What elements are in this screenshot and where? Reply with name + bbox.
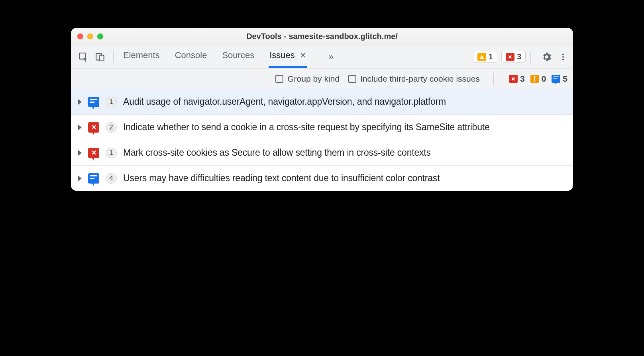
tab-label: Issues bbox=[269, 50, 295, 61]
svg-point-5 bbox=[562, 53, 564, 55]
window-controls bbox=[77, 33, 103, 39]
error-icon: ✕ bbox=[88, 148, 99, 158]
window-minimize-button[interactable] bbox=[87, 33, 93, 39]
count-value: 5 bbox=[563, 74, 567, 84]
warnings-count: 1 bbox=[489, 52, 493, 61]
more-options-button[interactable] bbox=[559, 51, 567, 63]
tab-console[interactable]: Console bbox=[174, 46, 208, 68]
tab-label: Elements bbox=[123, 50, 160, 61]
issue-count-badge: 1 bbox=[106, 148, 117, 158]
devtools-window: DevTools - samesite-sandbox.glitch.me/ E… bbox=[71, 28, 573, 191]
settings-button[interactable] bbox=[541, 51, 552, 63]
issue-row[interactable]: 1 Audit usage of navigator.userAgent, na… bbox=[71, 89, 573, 115]
svg-rect-4 bbox=[481, 58, 482, 58]
issue-row[interactable]: 4 Users may have difficulties reading te… bbox=[71, 166, 573, 191]
breaking-count-chip[interactable]: ! 0 bbox=[530, 74, 546, 84]
issues-filter-bar: Group by kind Include third-party cookie… bbox=[71, 68, 573, 89]
warning-icon bbox=[477, 53, 486, 61]
issue-title: Audit usage of navigator.userAgent, navi… bbox=[123, 96, 566, 108]
window-close-button[interactable] bbox=[77, 33, 83, 39]
toolbar-separator bbox=[113, 51, 114, 63]
svg-point-7 bbox=[562, 59, 564, 60]
issues-list: 1 Audit usage of navigator.userAgent, na… bbox=[71, 89, 573, 191]
tab-label: Console bbox=[175, 50, 207, 61]
svg-rect-2 bbox=[100, 55, 104, 61]
errors-count-chip[interactable]: 3 bbox=[509, 74, 525, 84]
count-value: 0 bbox=[542, 74, 546, 84]
checkbox-label: Group by kind bbox=[287, 74, 340, 84]
window-zoom-button[interactable] bbox=[97, 33, 103, 39]
checkbox-icon bbox=[275, 75, 283, 83]
breaking-change-icon: ! bbox=[530, 75, 539, 83]
tab-label: Sources bbox=[222, 50, 254, 61]
expand-icon[interactable] bbox=[78, 125, 82, 130]
improvement-icon bbox=[88, 173, 99, 184]
count-value: 3 bbox=[520, 74, 525, 84]
error-icon bbox=[509, 75, 518, 83]
issue-title: Users may have difficulties reading text… bbox=[123, 172, 566, 184]
error-icon: ✕ bbox=[88, 122, 99, 133]
group-by-kind-checkbox[interactable]: Group by kind bbox=[275, 74, 340, 84]
issue-row[interactable]: ✕ 2 Indicate whether to send a cookie in… bbox=[71, 115, 573, 140]
more-tabs-button[interactable]: » bbox=[329, 52, 334, 62]
improvement-icon bbox=[552, 75, 560, 83]
info-count-chip[interactable]: 5 bbox=[552, 74, 567, 84]
expand-icon[interactable] bbox=[78, 176, 82, 181]
issue-count-badge: 2 bbox=[106, 122, 117, 133]
window-titlebar: DevTools - samesite-sandbox.glitch.me/ bbox=[71, 28, 573, 45]
close-tab-icon[interactable]: ✕ bbox=[300, 51, 306, 60]
expand-icon[interactable] bbox=[78, 99, 82, 105]
svg-point-6 bbox=[562, 56, 564, 57]
devtools-tabs: Elements Console Sources Issues ✕ » bbox=[122, 46, 334, 68]
tab-elements[interactable]: Elements bbox=[122, 46, 161, 68]
checkbox-icon bbox=[348, 75, 356, 83]
issue-count-badge: 1 bbox=[106, 97, 117, 107]
window-title: DevTools - samesite-sandbox.glitch.me/ bbox=[71, 32, 573, 41]
tab-issues[interactable]: Issues ✕ bbox=[269, 46, 307, 68]
issue-row[interactable]: ✕ 1 Mark cross-site cookies as Secure to… bbox=[71, 140, 573, 166]
device-toolbar-icon[interactable] bbox=[93, 50, 107, 64]
toolbar-separator bbox=[530, 51, 531, 63]
errors-button[interactable]: 3 bbox=[501, 51, 526, 63]
include-third-party-checkbox[interactable]: Include third-party cookie issues bbox=[348, 74, 480, 84]
improvement-icon bbox=[88, 97, 99, 107]
toolbar-status-counts: 1 3 bbox=[473, 51, 526, 63]
error-icon bbox=[506, 53, 514, 61]
issue-title: Mark cross-site cookies as Secure to all… bbox=[123, 147, 566, 159]
issue-title: Indicate whether to send a cookie in a c… bbox=[123, 121, 566, 133]
warnings-button[interactable]: 1 bbox=[473, 51, 497, 63]
svg-rect-3 bbox=[481, 56, 482, 58]
inspect-element-icon[interactable] bbox=[77, 50, 90, 64]
tab-sources[interactable]: Sources bbox=[221, 46, 255, 68]
checkbox-label: Include third-party cookie issues bbox=[360, 74, 480, 84]
errors-count: 3 bbox=[517, 52, 521, 61]
issue-count-badge: 4 bbox=[106, 173, 117, 184]
expand-icon[interactable] bbox=[78, 150, 82, 156]
filter-separator bbox=[493, 73, 494, 85]
devtools-toolbar: Elements Console Sources Issues ✕ » 1 bbox=[71, 45, 573, 68]
issue-kind-counts: 3 ! 0 5 bbox=[509, 74, 567, 84]
